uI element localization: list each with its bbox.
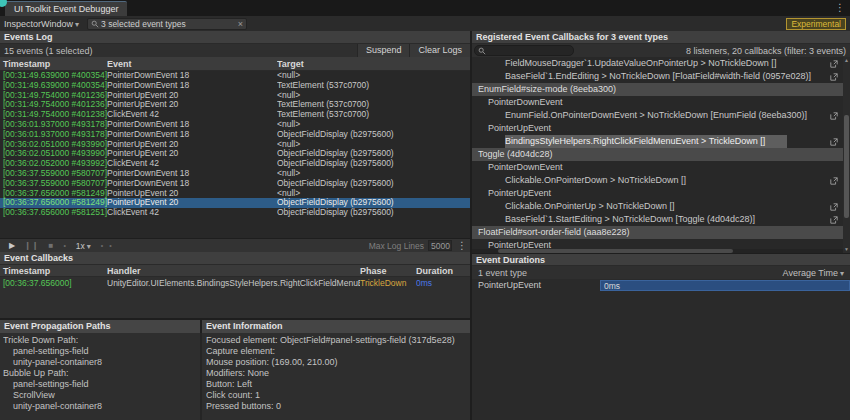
- cell-target: ObjectFieldDisplay (b2975600): [277, 159, 470, 169]
- search-icon: [478, 47, 486, 55]
- table-row[interactable]: [00:36:01.937000 #493178]PointerDownEven…: [0, 130, 470, 140]
- average-time-dropdown[interactable]: Average Time▾: [527, 268, 848, 278]
- callback-row[interactable]: Clickable.OnPointerUp > NoTrickleDown []: [472, 200, 850, 213]
- event-callbacks-title: Event Callbacks: [0, 252, 470, 265]
- cell-target: <null>: [277, 169, 470, 179]
- event-info-line: Pressed buttons: 0: [206, 401, 470, 412]
- table-row[interactable]: [00:36:02.052000 #493992]ClickEvent 42Ob…: [0, 159, 470, 169]
- stop-button[interactable]: ■: [49, 240, 54, 252]
- clear-logs-button[interactable]: Clear Logs: [409, 44, 470, 57]
- chevron-down-icon: ▾: [75, 20, 79, 29]
- max-log-lines-input[interactable]: [428, 240, 452, 251]
- propagation-paths-content: Trickle Down Path: panel-settings-field …: [0, 333, 200, 420]
- callback-row-selected[interactable]: BindingsStyleHelpers.RightClickFieldMenu…: [472, 135, 850, 148]
- callback-row[interactable]: FieldMouseDragger`1.UpdateValueOnPointer…: [472, 57, 850, 70]
- callback-row[interactable]: BaseField`1.StartEditing > NoTrickleDown…: [472, 213, 850, 226]
- clear-search-icon[interactable]: ×: [238, 19, 243, 29]
- callback-table-row[interactable]: [00:36:37.656000] UnityEditor.UIElements…: [0, 277, 470, 289]
- table-row[interactable]: [00:36:37.559000 #580707]PointerDownEven…: [0, 179, 470, 189]
- column-event[interactable]: Event: [107, 59, 277, 69]
- event-type-filter-input[interactable]: [99, 19, 238, 29]
- event-group-label: PointerUpEvent: [488, 122, 551, 135]
- events-log-rows: [00:31:49.639000 #400354]PointerDownEven…: [0, 71, 470, 238]
- scroll-down-icon[interactable]: ▼: [843, 246, 850, 253]
- callback-row[interactable]: BaseField`1.EndEditing > NoTrickleDown […: [472, 70, 850, 83]
- column-handler[interactable]: Handler: [107, 266, 360, 276]
- event-group-row[interactable]: PointerUpEvent: [472, 187, 850, 200]
- event-type-filter[interactable]: ×: [87, 18, 247, 30]
- cell-event: PointerUpEvent 20: [107, 140, 277, 150]
- step-forward-button[interactable]: •: [101, 242, 103, 249]
- horizontal-scrollbar[interactable]: [472, 249, 843, 253]
- listeners-summary: 8 listeners, 20 callbacks (filter: 3 eve…: [574, 46, 848, 56]
- table-row[interactable]: [00:36:02.051000 #493990]PointerUpEvent …: [0, 149, 470, 159]
- callback-row[interactable]: Clickable.OnPointerDown > NoTrickleDown …: [472, 174, 850, 187]
- cell-timestamp: [00:31:49.639000 #400354]: [0, 81, 107, 91]
- panel-picker-dropdown[interactable]: InspectorWindow▾: [0, 19, 83, 29]
- cell-target: TextElement (537c0700): [277, 100, 470, 110]
- cell-event: PointerDownEvent 18: [107, 120, 277, 130]
- open-source-icon[interactable]: [830, 111, 838, 122]
- table-row[interactable]: [00:31:49.754000 #401236]PointerUpEvent …: [0, 91, 470, 101]
- suspend-button[interactable]: Suspend: [357, 44, 410, 57]
- cell-target: <null>: [277, 71, 470, 81]
- open-source-icon[interactable]: [830, 72, 838, 83]
- registered-callbacks-search[interactable]: [474, 45, 574, 56]
- horizontal-scrollbar-thumb[interactable]: [498, 249, 733, 253]
- callback-label: BaseField`1.StartEditing > NoTrickleDown…: [505, 213, 755, 226]
- average-time-label: Average Time: [783, 268, 838, 278]
- table-row[interactable]: [00:36:02.051000 #493990]PointerUpEvent …: [0, 140, 470, 150]
- cell-timestamp: [00:36:01.937000 #493178]: [0, 130, 107, 140]
- durations-empty-area: [472, 291, 850, 420]
- column-target[interactable]: Target: [277, 59, 470, 69]
- cell-event: PointerUpEvent 20: [107, 189, 277, 199]
- table-row[interactable]: [00:36:37.656000 #581251]ClickEvent 42Ob…: [0, 208, 470, 218]
- column-timestamp[interactable]: Timestamp: [0, 266, 107, 276]
- table-row[interactable]: [00:31:49.754000 #401238]ClickEvent 42Te…: [0, 110, 470, 120]
- pause-button[interactable]: ❙❙: [24, 240, 39, 252]
- open-source-icon[interactable]: [830, 215, 838, 226]
- table-row-selected[interactable]: [00:36:37.656000 #581249]PointerUpEvent …: [0, 198, 470, 208]
- event-info-line: Focused element: ObjectField#panel-setti…: [206, 335, 470, 346]
- table-row[interactable]: [00:36:01.937000 #493178]PointerDownEven…: [0, 120, 470, 130]
- window-menu-icon[interactable]: ⋮: [835, 1, 845, 15]
- element-label: Toggle (4d04dc28): [478, 148, 553, 161]
- play-button[interactable]: ▶: [9, 240, 15, 252]
- duration-row[interactable]: PointerUpEvent 0ms: [472, 279, 850, 291]
- cell-timestamp: [00:36:37.559000 #580707]: [0, 169, 107, 179]
- callback-row[interactable]: EnumField.OnPointerDownEvent > NoTrickle…: [472, 109, 850, 122]
- element-section-row[interactable]: EnumField#size-mode (8eeba300): [472, 83, 850, 96]
- registered-callbacks-search-input[interactable]: [486, 46, 570, 56]
- playback-speed-dropdown[interactable]: 1x▾: [76, 241, 91, 251]
- element-section-row[interactable]: FloatField#sort-order-field (aaa8e228): [472, 226, 850, 239]
- cell-target: ObjectFieldDisplay (b2975600): [277, 179, 470, 189]
- column-timestamp[interactable]: Timestamp: [0, 59, 107, 69]
- table-row[interactable]: [00:31:49.754000 #401236]PointerUpEvent …: [0, 100, 470, 110]
- marker-button[interactable]: •: [109, 242, 111, 249]
- tab-ui-toolkit-event-debugger[interactable]: UI Toolkit Event Debugger: [5, 1, 127, 16]
- table-row[interactable]: [00:31:49.639000 #400354]PointerDownEven…: [0, 71, 470, 81]
- open-source-icon[interactable]: [830, 137, 838, 148]
- log-options-menu-icon[interactable]: ⋮: [457, 239, 467, 253]
- open-source-icon[interactable]: [830, 59, 838, 70]
- cell-timestamp: [00:36:37.656000 #581249]: [0, 189, 107, 199]
- open-source-icon[interactable]: [830, 202, 838, 213]
- element-section-row[interactable]: Toggle (4d04dc28): [472, 148, 850, 161]
- playback-toolbar: ▶ ❙❙ ■ • 1x▾ • • Max Log Lines ⋮: [0, 238, 470, 252]
- callback-label: Clickable.OnPointerDown > NoTrickleDown …: [505, 174, 686, 187]
- column-phase[interactable]: Phase: [360, 266, 416, 276]
- open-source-icon[interactable]: [830, 176, 838, 187]
- event-group-row[interactable]: PointerDownEvent: [472, 96, 850, 109]
- event-group-row[interactable]: PointerUpEvent: [472, 122, 850, 135]
- vertical-scrollbar-thumb[interactable]: [844, 115, 849, 218]
- table-row[interactable]: [00:36:37.559000 #580707]PointerDownEven…: [0, 169, 470, 179]
- cell-timestamp: [00:36:02.051000 #493990]: [0, 140, 107, 150]
- table-row[interactable]: [00:31:49.639000 #400354]PointerDownEven…: [0, 81, 470, 91]
- table-row[interactable]: [00:36:37.656000 #581249]PointerUpEvent …: [0, 189, 470, 199]
- vertical-scrollbar[interactable]: ▲ ▼: [843, 57, 850, 253]
- column-duration[interactable]: Duration: [416, 266, 470, 276]
- step-back-button[interactable]: •: [63, 242, 65, 249]
- event-group-row[interactable]: PointerDownEvent: [472, 161, 850, 174]
- experimental-badge: Experimental: [786, 18, 846, 30]
- scroll-up-icon[interactable]: ▲: [843, 57, 850, 64]
